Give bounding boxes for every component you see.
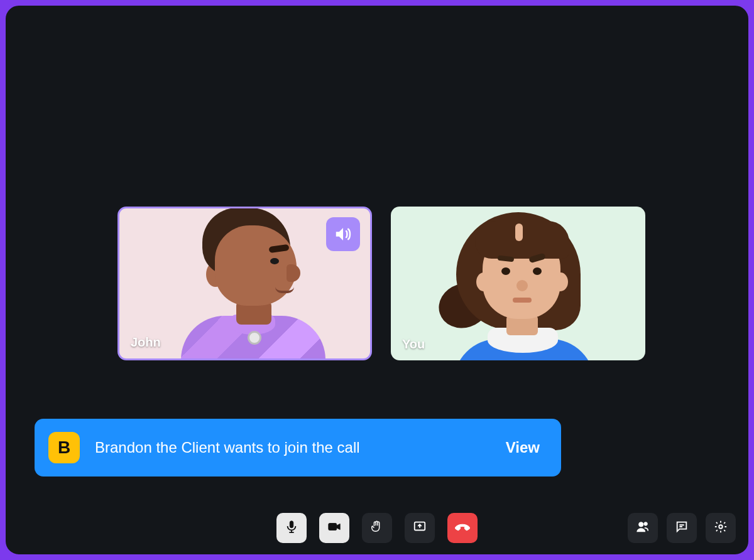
raise-hand-icon xyxy=(370,520,384,536)
center-controls xyxy=(276,513,478,543)
requester-avatar: B xyxy=(48,432,80,463)
camera-icon xyxy=(327,520,341,536)
speaking-indicator-icon xyxy=(326,217,360,251)
share-screen-icon xyxy=(413,520,427,536)
join-request-message: Brandon the Client wants to join the cal… xyxy=(95,439,491,456)
participants-icon xyxy=(636,520,650,536)
svg-point-5 xyxy=(719,525,723,529)
participant-name-label: John xyxy=(131,335,161,350)
end-call-button[interactable] xyxy=(447,513,478,543)
share-screen-button[interactable] xyxy=(405,513,435,543)
microphone-button[interactable] xyxy=(276,513,307,543)
svg-point-4 xyxy=(644,522,648,526)
avatar xyxy=(176,207,327,360)
view-request-button[interactable]: View xyxy=(506,439,540,456)
video-grid: John You xyxy=(117,207,645,360)
join-request-banner: B Brandon the Client wants to join the c… xyxy=(35,419,561,477)
microphone-icon xyxy=(285,520,298,536)
avatar xyxy=(441,207,604,360)
participant-tile-you[interactable]: You xyxy=(391,207,645,360)
requester-initial: B xyxy=(58,438,70,458)
svg-rect-1 xyxy=(329,524,337,530)
camera-button[interactable] xyxy=(319,513,349,543)
svg-point-3 xyxy=(639,522,643,527)
gear-icon xyxy=(714,520,728,536)
svg-rect-0 xyxy=(290,521,293,528)
participant-name-label: You xyxy=(402,337,425,352)
right-controls xyxy=(628,513,736,543)
participant-tile-john[interactable]: John xyxy=(117,207,372,360)
chat-button[interactable] xyxy=(667,513,697,543)
raise-hand-button[interactable] xyxy=(362,513,392,543)
participants-button[interactable] xyxy=(628,513,658,543)
settings-button[interactable] xyxy=(706,513,736,543)
end-call-icon xyxy=(454,519,471,537)
control-bar xyxy=(6,512,748,544)
call-window: John You B Brand xyxy=(4,4,750,556)
chat-icon xyxy=(675,520,689,536)
